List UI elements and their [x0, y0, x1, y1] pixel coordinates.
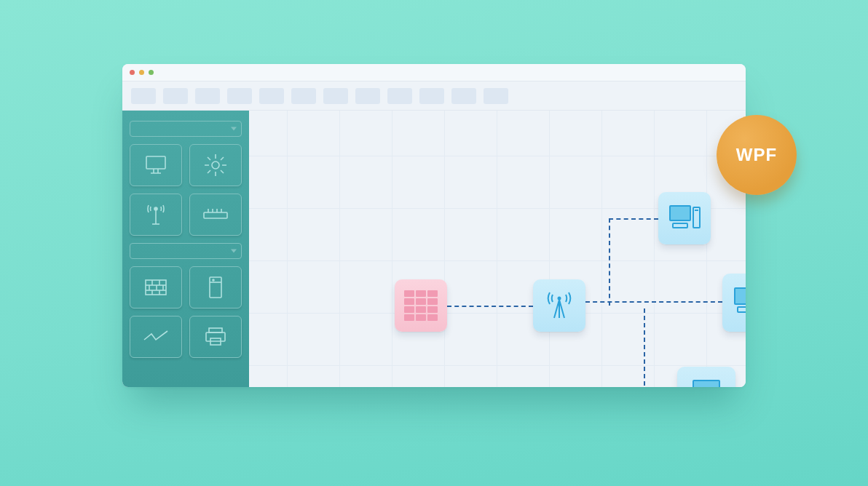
- svg-line-11: [208, 170, 210, 173]
- palette-firewall-icon[interactable]: [130, 266, 182, 308]
- svg-line-10: [221, 170, 224, 173]
- window-minimize-icon[interactable]: [139, 70, 144, 75]
- palette-router-icon[interactable]: [189, 194, 242, 236]
- svg-point-4: [212, 162, 219, 169]
- titlebar: [122, 64, 746, 81]
- palette-sun-icon[interactable]: [189, 144, 242, 186]
- computer-icon: [732, 285, 746, 320]
- toolbar-button[interactable]: [387, 88, 412, 104]
- svg-rect-40: [673, 223, 687, 228]
- svg-rect-43: [735, 288, 746, 304]
- toolbar-button[interactable]: [484, 88, 508, 104]
- svg-line-9: [208, 157, 210, 160]
- palette-monitor-icon[interactable]: [130, 144, 182, 186]
- svg-rect-39: [670, 206, 690, 220]
- toolbar-button[interactable]: [451, 88, 476, 104]
- connector: [644, 308, 645, 387]
- toolbar-button[interactable]: [163, 88, 188, 104]
- toolbar-button[interactable]: [131, 88, 156, 104]
- computer-icon: [687, 378, 725, 387]
- toolbar-button[interactable]: [259, 88, 284, 104]
- palette-category-dropdown[interactable]: [130, 243, 242, 259]
- connector: [447, 306, 533, 307]
- firewall-node[interactable]: [395, 279, 447, 332]
- shape-palette: [122, 111, 249, 387]
- wpf-badge: WPF: [717, 115, 797, 195]
- svg-rect-35: [206, 332, 225, 341]
- computer-node[interactable]: [658, 192, 711, 244]
- palette-printer-icon[interactable]: [189, 316, 242, 358]
- computer-node[interactable]: [722, 274, 746, 332]
- window-close-icon[interactable]: [130, 70, 135, 75]
- toolbar-button[interactable]: [419, 88, 444, 104]
- toolbar-button[interactable]: [355, 88, 380, 104]
- svg-rect-34: [209, 328, 222, 332]
- window-maximize-icon[interactable]: [149, 70, 154, 75]
- palette-electric-icon[interactable]: [130, 316, 182, 358]
- antenna-icon: [542, 289, 576, 322]
- computer-node[interactable]: [677, 367, 735, 387]
- palette-antenna-icon[interactable]: [130, 194, 182, 236]
- svg-rect-0: [146, 156, 165, 169]
- toolbar-button[interactable]: [291, 88, 316, 104]
- toolbar: [122, 81, 746, 111]
- svg-rect-47: [693, 381, 719, 387]
- connector: [609, 218, 658, 220]
- toolbar-button[interactable]: [195, 88, 220, 104]
- toolbar-button[interactable]: [227, 88, 252, 104]
- antenna-node[interactable]: [533, 279, 585, 332]
- svg-rect-44: [738, 307, 746, 312]
- toolbar-button[interactable]: [323, 88, 348, 104]
- svg-line-12: [221, 157, 224, 160]
- svg-rect-31: [210, 277, 221, 298]
- svg-rect-16: [204, 212, 227, 218]
- computer-icon: [667, 203, 702, 234]
- firewall-icon: [404, 290, 438, 321]
- svg-point-13: [154, 207, 157, 210]
- palette-category-dropdown[interactable]: [130, 121, 242, 137]
- connector: [585, 301, 722, 303]
- app-window: [122, 64, 746, 387]
- palette-server-icon[interactable]: [189, 266, 242, 308]
- connector: [609, 218, 610, 306]
- diagram-canvas[interactable]: [249, 111, 746, 387]
- svg-point-33: [213, 279, 214, 281]
- badge-label: WPF: [736, 145, 777, 165]
